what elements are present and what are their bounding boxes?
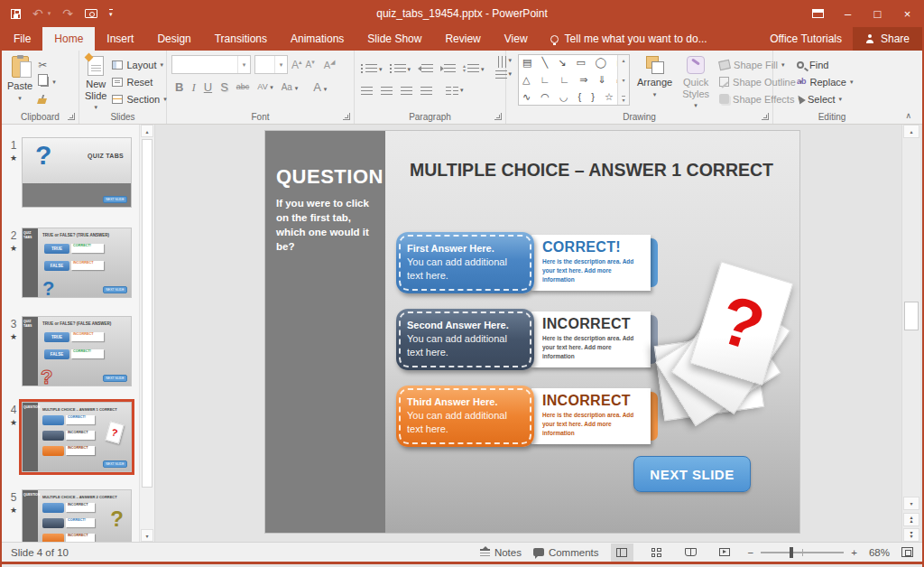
tab-file[interactable]: File (2, 27, 42, 51)
slide-show-button[interactable] (714, 544, 736, 562)
answer-3-card[interactable]: INCORRECT Here is the description area. … (531, 388, 651, 444)
save-icon[interactable] (11, 9, 21, 19)
zoom-level[interactable]: 68% (869, 547, 890, 558)
paste-dropdown-icon[interactable]: ▾ (18, 95, 22, 101)
underline-button[interactable]: U (204, 81, 212, 93)
slide-sorter-view-button[interactable] (645, 544, 668, 562)
font-name-combo[interactable]: ▾ (171, 55, 251, 74)
notes-button[interactable]: Notes (480, 547, 522, 558)
copy-button[interactable]: ▾ (35, 73, 59, 90)
clipboard-dialog-launcher[interactable] (68, 113, 75, 120)
tab-review[interactable]: Review (433, 27, 492, 51)
font-color-button[interactable]: A ▾ (313, 81, 327, 93)
shrink-font-button[interactable]: A▾ (306, 59, 315, 70)
paste-button[interactable]: Paste ▾ (5, 54, 35, 107)
maximize-button[interactable]: □ (863, 0, 892, 27)
shapes-more-icon[interactable]: ▾ (622, 96, 624, 103)
section-button[interactable]: Section▾ (109, 90, 169, 107)
tab-animations[interactable]: Animations (279, 27, 356, 51)
thumbnail-scrollbar-thumb[interactable] (142, 139, 152, 488)
bold-button[interactable]: B (175, 81, 183, 93)
clear-formatting-button[interactable]: A◢ (324, 59, 336, 70)
undo-icon[interactable]: ↶ (32, 7, 43, 20)
customize-qat-icon[interactable]: ▾ (109, 9, 113, 18)
question-panel[interactable]: QUESTION If you were to click on the fir… (265, 131, 385, 533)
bullets-button[interactable]: ▾ (361, 64, 383, 74)
shapes-gallery-scrollbar[interactable]: ▴ ▾ ▾ (617, 55, 629, 105)
reading-view-button[interactable] (679, 544, 702, 562)
shapes-row-1[interactable]: ▤ ╲ ↘ ▭ ◯ ▢ (522, 57, 616, 69)
font-dialog-launcher[interactable] (343, 113, 350, 120)
character-spacing-button[interactable]: AV ▾ (257, 83, 273, 91)
shapes-scroll-up-icon[interactable]: ▴ (622, 57, 624, 63)
tab-transitions[interactable]: Transitions (203, 27, 279, 51)
thumbnail-slide-1[interactable]: ? QUIZ TABS NEXT SLIDE (22, 137, 132, 208)
slide-title[interactable]: MULTIPLE CHOICE – ANSWER 1 CORRECT (410, 160, 773, 181)
thumbnail-scroll-down-button[interactable]: ▾ (141, 529, 153, 542)
scrollbar-thumb[interactable] (904, 302, 919, 330)
select-button[interactable]: Select▾ (794, 90, 888, 107)
tell-me-box[interactable]: Tell me what you want to do... (540, 27, 718, 51)
reset-button[interactable]: Reset (109, 73, 169, 90)
italic-button[interactable]: I (191, 81, 195, 93)
scroll-down-button[interactable]: ▾ (903, 497, 919, 510)
tab-design[interactable]: Design (145, 27, 202, 51)
font-size-combo[interactable]: ▾ (254, 55, 288, 74)
align-center-button[interactable] (381, 87, 393, 97)
thumbnail-scroll-up-button[interactable]: ▴ (141, 125, 153, 137)
slide-indicator[interactable]: Slide 4 of 10 (11, 547, 69, 558)
answer-1-tab[interactable]: First Answer Here. You can add additiona… (396, 232, 534, 293)
minimize-button[interactable]: – (833, 0, 863, 27)
increase-indent-button[interactable] (440, 64, 456, 74)
question-cards-image[interactable]: ? (670, 265, 805, 427)
shapes-row-2[interactable]: △ ∟ ∟ ⇒ ⇓ ⌂ (522, 74, 616, 86)
new-slide-button[interactable]: New Slide ▾ (82, 54, 109, 112)
align-right-button[interactable] (401, 87, 412, 97)
drawing-dialog-launcher[interactable] (762, 113, 769, 120)
tab-home[interactable]: Home (42, 27, 95, 51)
answer-1-card[interactable]: CORRECT! Here is the description area. A… (531, 235, 651, 291)
close-button[interactable]: × (892, 0, 922, 27)
collapse-ribbon-button[interactable]: ∧ (905, 111, 911, 120)
numbering-button[interactable]: ▾ (390, 64, 411, 74)
scroll-up-button[interactable]: ▴ (903, 125, 919, 138)
arrange-button[interactable]: Arrange ▾ (634, 54, 675, 99)
tab-insert[interactable]: Insert (95, 27, 145, 51)
zoom-in-button[interactable]: + (851, 547, 857, 558)
undo-dropdown-icon[interactable]: ▾ (48, 10, 51, 17)
cut-button[interactable]: ✂ (35, 56, 59, 73)
line-spacing-button[interactable]: ▴▾▾ (463, 64, 485, 74)
thumbnail-slide-3[interactable]: QUIZ TABS TRUE or FALSE? (FALSE ANSWER) … (22, 316, 132, 386)
previous-slide-button[interactable]: ▴▴ (903, 513, 919, 526)
justify-button[interactable] (420, 87, 432, 97)
tab-view[interactable]: View (493, 27, 540, 51)
layout-button[interactable]: Layout▾ (109, 56, 169, 73)
strikethrough-button[interactable]: abc (236, 83, 250, 91)
zoom-out-button[interactable]: − (748, 547, 754, 558)
quick-styles-button[interactable]: Quick Styles ▾ (679, 54, 712, 110)
normal-view-button[interactable] (611, 544, 633, 562)
answer-2-card[interactable]: INCORRECT Here is the description area. … (531, 311, 651, 367)
find-button[interactable]: Find (794, 56, 888, 73)
replace-button[interactable]: abReplace▾ (794, 73, 888, 90)
grow-font-button[interactable]: A▴ (291, 59, 302, 70)
decrease-indent-button[interactable] (418, 64, 433, 74)
shapes-gallery[interactable]: ▤ ╲ ↘ ▭ ◯ ▢ △ ∟ ∟ ⇒ ⇓ ⌂ ∿ ◠ ◡ { } ☆ ▴ ▾ … (518, 54, 630, 106)
start-slideshow-icon[interactable] (85, 9, 97, 18)
redo-icon[interactable]: ↷ (62, 7, 73, 20)
shapes-scroll-down-icon[interactable]: ▾ (622, 77, 624, 83)
change-case-button[interactable]: Aa ▾ (282, 83, 299, 92)
format-painter-button[interactable] (35, 90, 59, 107)
main-vertical-scrollbar[interactable]: ▴ ▾ ▴▴ ▾▾ (901, 125, 920, 542)
fit-slide-to-window-button[interactable] (901, 547, 913, 557)
ribbon-display-options-button[interactable] (803, 0, 833, 27)
comments-button[interactable]: Comments (533, 547, 599, 558)
answer-3-tab[interactable]: Third Answer Here. You can add additiona… (396, 386, 534, 447)
slide-canvas[interactable]: QUESTION If you were to click on the fir… (265, 131, 799, 533)
next-slide-nav-button[interactable]: ▾▾ (903, 528, 919, 542)
thumbnail-slide-2[interactable]: QUIZ TABS TRUE or FALSE? (TRUE ANSWER) T… (22, 228, 132, 298)
columns-button[interactable]: ▾ (446, 87, 464, 97)
answer-2-tab[interactable]: Second Answer Here. You can add addition… (396, 309, 534, 370)
paragraph-dialog-launcher[interactable] (494, 113, 502, 120)
text-shadow-button[interactable]: S (220, 81, 228, 93)
